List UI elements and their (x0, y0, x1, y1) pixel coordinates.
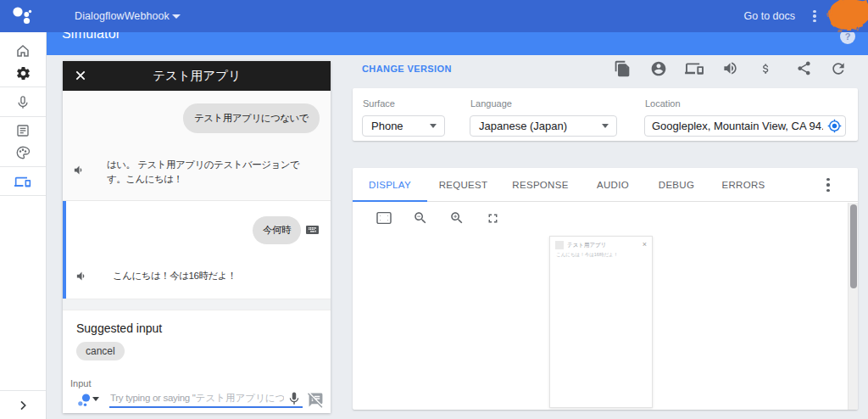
location-label: Location (645, 98, 681, 109)
my-location-icon[interactable] (827, 119, 842, 133)
output-tabs: DISPLAY REQUEST RESPONSE AUDIO DEBUG ERR… (353, 168, 858, 202)
preview-close-icon[interactable]: × (643, 240, 647, 249)
preview-app-avatar (555, 241, 564, 249)
rail-divider (0, 116, 46, 117)
left-nav-rail (0, 32, 47, 419)
speaker-icon[interactable] (75, 270, 88, 282)
screenshot-frame-icon[interactable] (376, 211, 392, 225)
account-icon[interactable] (650, 60, 667, 77)
volume-icon[interactable] (722, 60, 738, 76)
mic-icon[interactable] (287, 391, 302, 406)
chat-section-divider (63, 299, 331, 310)
rail-divider (0, 87, 46, 87)
tab-debug[interactable]: DEBUG (644, 168, 709, 202)
output-scrollbar-thumb[interactable] (850, 204, 857, 288)
user-message-bubble: テスト用アプリにつないで (183, 103, 320, 133)
rail-divider (0, 166, 46, 167)
copy-icon[interactable] (614, 60, 631, 77)
output-scrollbar[interactable] (848, 203, 858, 410)
keyboard-input-icon (306, 226, 319, 236)
language-select[interactable]: Japanese (Japan) (470, 115, 617, 137)
user-message-bubble: 今何時 (253, 216, 301, 244)
surface-label: Surface (363, 98, 395, 109)
speaker-notes-off-icon[interactable] (308, 392, 324, 408)
chat-input-field[interactable]: Try typing or saying "テスト用アプリにつな (110, 389, 284, 406)
rail-divider (0, 390, 46, 391)
suggestion-chip-cancel[interactable]: cancel (76, 342, 125, 360)
select-caret-icon (602, 124, 609, 128)
suggested-input-title: Suggested input (76, 321, 162, 335)
project-name[interactable]: DialogflowWebhook (75, 0, 170, 32)
speaker-icon[interactable] (73, 164, 86, 176)
conversation-turn-1[interactable]: テスト用アプリにつないで はい。 テスト用アプリのテストバージョンで す。こんに… (63, 91, 331, 200)
rail-divider (0, 195, 46, 196)
overflow-menu-icon[interactable] (810, 10, 819, 22)
input-label: Input (70, 378, 91, 388)
language-label: Language (470, 98, 512, 109)
billing-dollar-icon[interactable] (760, 60, 772, 77)
app-bar: DialogflowWebhook Go to docs (0, 0, 868, 32)
page-title: Simulator (62, 32, 120, 42)
simulator-title-bar: Simulator (47, 32, 868, 55)
share-icon[interactable] (796, 60, 812, 76)
assistant-input-icon[interactable] (75, 392, 92, 409)
display-preview-frame: テスト用アプリ × こんにちは！今は16時だよ！ (549, 236, 653, 408)
tab-errors[interactable]: ERRORS (709, 168, 778, 202)
surface-select[interactable]: Phone (362, 115, 445, 137)
assistant-logo-icon (0, 3, 37, 28)
preview-app-title: テスト用アプリ (567, 242, 606, 249)
tab-display[interactable]: DISPLAY (353, 168, 427, 202)
location-input[interactable]: Googleplex, Mountain View, CA 94.. (644, 115, 846, 137)
simulator-chat-panel: テスト用アプリ テスト用アプリにつないで はい。 テスト用アプリのテストバージョ… (63, 61, 331, 413)
tab-audio[interactable]: AUDIO (581, 168, 644, 202)
tab-response[interactable]: RESPONSE (499, 168, 581, 202)
conversation-turn-2-selected[interactable]: 今何時 こんにちは！今は16時だよ！ (63, 200, 331, 299)
fullscreen-icon[interactable] (486, 211, 500, 226)
tab-request[interactable]: REQUEST (427, 168, 499, 202)
change-version-link[interactable]: CHANGE VERSION (362, 64, 452, 74)
input-underline (109, 406, 303, 408)
simulator-output-card: DISPLAY REQUEST RESPONSE AUDIO DEBUG ERR… (353, 168, 858, 410)
chat-header: テスト用アプリ (63, 61, 331, 91)
chat-app-title: テスト用アプリ (63, 61, 331, 91)
simulator-settings-card: Surface Phone Language Japanese (Japan) … (353, 88, 858, 141)
display-toolbar (353, 202, 858, 234)
agent-message-text: こんにちは！今は16時だよ！ (113, 270, 236, 282)
suggested-input-section: Suggested input cancel Input Try typing … (63, 310, 331, 413)
devices-icon[interactable] (685, 61, 704, 77)
tabs-overflow-menu-icon[interactable] (824, 178, 832, 192)
project-dropdown-caret-icon[interactable] (172, 14, 181, 19)
input-mode-caret-icon[interactable] (92, 397, 99, 401)
zoom-in-icon[interactable] (449, 210, 465, 226)
preview-message-text: こんにちは！今は16時だよ！ (556, 252, 618, 258)
refresh-icon[interactable] (830, 60, 847, 77)
zoom-out-icon[interactable] (413, 210, 428, 226)
go-to-docs-link[interactable]: Go to docs (744, 0, 795, 32)
agent-message-text: はい。 テスト用アプリのテストバージョンで す。こんにちは！ (107, 156, 299, 187)
avatar-redaction-scribble[interactable] (819, 0, 868, 36)
select-caret-icon (430, 124, 437, 128)
